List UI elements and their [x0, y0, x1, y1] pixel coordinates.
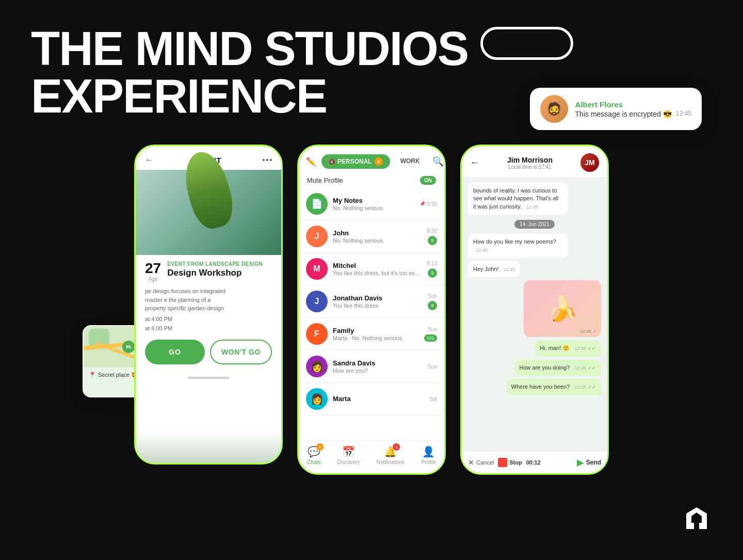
pill-logo	[480, 27, 573, 60]
wontgo-button[interactable]: WON'T GO	[210, 340, 272, 364]
phone2-mute-row: Mute Profile ON	[299, 173, 444, 188]
jonathan-content: Jonathan Davis You like this dress	[333, 294, 423, 309]
phone3: ← Jim Morrison Local time is 17:41 JM bo…	[460, 145, 609, 475]
chat-item-mynotes[interactable]: 📄 My Notes No. Nothing serious. 📌 9:30	[299, 188, 444, 220]
family-time: Sun	[424, 327, 437, 332]
notification-bubble: 🧔 Albert Flores This message is encrypte…	[530, 88, 702, 130]
tab-personal[interactable]: 🔇 PERSONAL 4	[321, 154, 390, 169]
msg-sent-2-check: ✓✓	[588, 365, 596, 371]
marta-meta: Sat	[429, 396, 437, 402]
msg-sent-2: How are you doing? 12:45 ✓✓	[514, 360, 602, 376]
john-time: 9:30	[427, 228, 437, 234]
john-badge: 9	[428, 236, 437, 245]
date-divider: 14. Jun 2021	[514, 220, 555, 229]
family-avatar: F	[306, 323, 328, 345]
brand-title-line2: EXPERIENCE	[31, 72, 573, 120]
chat-item-john[interactable]: J John No. Nothing serious. 9:30 9	[299, 220, 444, 253]
back-arrow-icon[interactable]: ←	[470, 157, 479, 168]
send-icon: ▶	[577, 457, 584, 468]
msg-sent-2-time: 12:45	[574, 365, 586, 371]
mute-toggle[interactable]: ON	[420, 176, 436, 185]
marta-content: Marta	[333, 395, 424, 403]
cancel-button[interactable]: ✕ Cancel	[468, 458, 494, 467]
chat-item-jonathan[interactable]: J Jonathan Davis You like this dress Sun…	[299, 285, 444, 318]
msg-received-2-text: How do you like my new poems?	[473, 238, 556, 245]
sandra-name: Sandra Davis	[333, 359, 423, 367]
banana-emoji: 🍌	[547, 294, 578, 323]
chat-item-mitchel[interactable]: M Mitchel You like this dress, but it's …	[299, 253, 444, 285]
chat-item-sandra[interactable]: 👩 Sandra Davis How are you? Sun	[299, 350, 444, 383]
send-label: Send	[586, 459, 601, 466]
john-meta: 9:30 9	[427, 228, 437, 245]
msg-received-3: Hey John! 12:45	[468, 261, 520, 277]
mute-icon: 🔇	[329, 159, 335, 165]
mynotes-avatar: 📄	[306, 193, 328, 215]
bottom-chats[interactable]: 💬 4 Chats	[307, 445, 320, 465]
bottom-profile[interactable]: 👤 Profile	[421, 445, 435, 465]
map-location-icon: 📍	[89, 372, 96, 378]
msg-sent-3-check: ✓✓	[588, 385, 596, 390]
chat-item-marta[interactable]: 👩 Marta Sat	[299, 383, 444, 415]
phone1-event-tag: EVENT FROM LANDSCAPE DESIGN	[167, 261, 263, 267]
msg-image: 🍌 12:45 ✓	[524, 280, 601, 337]
tab-work[interactable]: WORK	[393, 154, 427, 169]
phone1-wrapper: 85 🛡 📍 Secret place 🤩 12:45 ✓✓ ← EVENT	[134, 145, 283, 475]
jonathan-meta: Sun 8	[428, 293, 437, 310]
edit-icon[interactable]: ✏️	[306, 157, 316, 167]
family-meta: Sun 101	[424, 327, 437, 342]
discovery-icon: 📅	[342, 445, 355, 458]
jonathan-badge: 8	[428, 301, 437, 310]
chat-item-family[interactable]: F Family Marta · No. Nothing serious. Su…	[299, 318, 444, 350]
family-preview: Marta · No. Nothing serious.	[333, 335, 419, 341]
notifications-badge: 1	[393, 443, 400, 451]
contact-avatar: JM	[580, 153, 599, 172]
sandra-preview: How are you?	[333, 367, 423, 374]
mute-profile-label: Mute Profile	[307, 177, 343, 184]
phone1-time2-text: at 6:00 PM	[145, 325, 172, 331]
john-avatar: J	[306, 226, 328, 247]
notification-message: This message is encrypted 😎	[575, 110, 672, 118]
more-options-icon[interactable]	[263, 159, 272, 161]
leaf-decoration	[179, 170, 238, 233]
bottom-notifications[interactable]: 🔔 1 Notifications	[377, 445, 405, 465]
stop-button[interactable]: Stop	[498, 458, 522, 467]
send-button[interactable]: ▶ Send	[577, 457, 601, 468]
phone1-hero-image	[136, 170, 281, 255]
profile-icon: 👤	[422, 445, 435, 458]
phone3-messages: bounds of reality. I was curious to see …	[462, 178, 607, 473]
home-indicator	[188, 377, 229, 379]
family-name: Family	[333, 327, 419, 334]
sandra-content: Sandra Davis How are you?	[333, 359, 423, 374]
map-speed-badge: 85	[122, 341, 135, 353]
jonathan-avatar: J	[306, 291, 328, 312]
search-icon[interactable]: 🔍	[432, 156, 444, 167]
notification-content: Albert Flores This message is encrypted …	[575, 100, 691, 118]
contact-status: Local time is 17:41	[484, 164, 575, 170]
go-button[interactable]: GO	[145, 340, 205, 364]
jonathan-name: Jonathan Davis	[333, 294, 423, 302]
phone2-bottom-nav: 💬 4 Chats 📅 Discovery 🔔 1 Notifications …	[299, 441, 444, 473]
mynotes-time: 9:30	[427, 201, 437, 207]
brand-title-line1: THE MIND STUDIOS	[31, 25, 468, 72]
mynotes-preview: No. Nothing serious.	[333, 205, 414, 211]
sandra-avatar: 👩	[306, 356, 328, 377]
sandra-time: Sun	[428, 364, 437, 370]
notification-sender: Albert Flores	[575, 100, 691, 109]
phone1: ← EVENT 27 Apr EVENT FROM LANDSCAPE DESI…	[134, 145, 283, 465]
phone2-tabs: 🔇 PERSONAL 4 WORK	[321, 154, 427, 169]
bottom-discovery[interactable]: 📅 Discovery	[337, 445, 360, 465]
msg-sent-1: Hi, man! 🙂 12:45 ✓✓	[535, 340, 601, 356]
phone1-date-month: Apr	[145, 276, 161, 283]
mitchel-time: 8:13	[427, 261, 437, 266]
phone2: ✏️ 🔇 PERSONAL 4 WORK 🔍 Mute Profile ON 📄	[297, 145, 446, 475]
marta-name: Marta	[333, 395, 424, 403]
phone2-topbar: ✏️ 🔇 PERSONAL 4 WORK 🔍	[299, 146, 444, 173]
john-content: John No. Nothing serious.	[333, 229, 422, 244]
back-arrow-icon[interactable]: ←	[145, 155, 153, 165]
msg-sent-1-check: ✓✓	[588, 346, 596, 351]
jonathan-preview: You like this dress	[333, 302, 423, 309]
cancel-x-icon: ✕	[468, 458, 474, 467]
msg-sent-1-time: 12:45	[574, 346, 586, 351]
contact-name: Jim Morrison	[484, 156, 575, 164]
mitchel-badge: 9	[428, 268, 437, 278]
